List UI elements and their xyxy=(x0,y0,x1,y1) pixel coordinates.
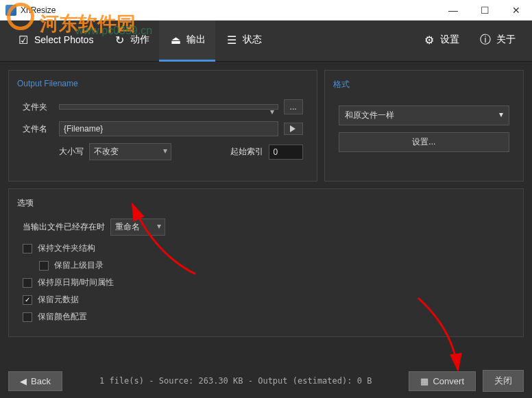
tab-label: 关于 xyxy=(496,34,516,46)
folder-label: 文件夹 xyxy=(23,101,53,113)
app-icon xyxy=(5,5,16,16)
when-exists-select[interactable]: 重命名 xyxy=(110,219,165,236)
close-label: 关闭 xyxy=(494,375,512,387)
case-label: 大小写 xyxy=(59,146,84,158)
tab-label: 设置 xyxy=(440,34,459,46)
maximize-button[interactable]: ☐ xyxy=(469,0,500,21)
keep-metadata-checkbox[interactable] xyxy=(23,295,32,305)
browse-button[interactable]: ... xyxy=(284,99,303,114)
convert-label: Convert xyxy=(433,376,464,386)
format-title: 格式 xyxy=(333,79,515,90)
back-label: Back xyxy=(31,376,51,386)
tab-select-photos[interactable]: ☑ Select Photos xyxy=(7,21,103,62)
close-window-button[interactable]: ✕ xyxy=(500,0,532,21)
close-button[interactable]: 关闭 xyxy=(483,370,524,392)
keep-folder-structure-checkbox[interactable] xyxy=(23,244,32,253)
options-title: 选项 xyxy=(17,197,515,209)
window-title: XnResize xyxy=(21,5,56,15)
format-select[interactable]: 和原文件一样 xyxy=(339,105,509,125)
keep-date-time-label: 保持原日期/时间属性 xyxy=(38,277,114,288)
output-icon: ⏏ xyxy=(169,33,182,47)
start-index-label: 起始索引 xyxy=(230,146,263,158)
minimize-button[interactable]: — xyxy=(437,0,469,21)
output-filename-title: Output Filename xyxy=(17,79,309,88)
info-icon: ⓘ xyxy=(479,33,492,47)
filename-label: 文件名 xyxy=(23,123,53,135)
keep-color-profile-label: 保留颜色配置 xyxy=(38,311,87,323)
tab-label: 输出 xyxy=(186,34,206,46)
when-exists-label: 当输出文件已经存在时 xyxy=(23,221,105,233)
gear-icon: ⚙ xyxy=(422,33,436,47)
folder-select[interactable] xyxy=(59,104,278,110)
keep-color-profile-checkbox[interactable] xyxy=(23,312,32,322)
convert-button[interactable]: ▦ Convert xyxy=(409,371,476,391)
status-bar: 1 file(s) - Source: 263.30 KB - Output (… xyxy=(69,376,402,386)
back-arrow-icon: ◀ xyxy=(20,376,27,386)
tab-output[interactable]: ⏏ 输出 xyxy=(159,21,215,62)
tab-status[interactable]: ☰ 状态 xyxy=(215,21,271,62)
tab-label: Select Photos xyxy=(34,34,93,45)
tab-settings[interactable]: ⚙ 设置 xyxy=(413,21,469,62)
action-icon: ↻ xyxy=(112,33,126,47)
start-index-input[interactable] xyxy=(269,145,303,160)
tab-label: 状态 xyxy=(243,34,262,46)
keep-folder-structure-label: 保持文件夹结构 xyxy=(38,242,95,254)
photos-icon: ☑ xyxy=(16,33,30,47)
status-icon: ☰ xyxy=(225,33,239,47)
tab-about[interactable]: ⓘ 关于 xyxy=(469,21,525,62)
tab-action[interactable]: ↻ 动作 xyxy=(103,21,159,62)
convert-icon: ▦ xyxy=(420,376,428,386)
tab-label: 动作 xyxy=(130,34,149,46)
format-settings-button[interactable]: 设置... xyxy=(339,132,509,152)
filename-input[interactable] xyxy=(59,121,278,136)
filename-template-button[interactable] xyxy=(284,123,303,135)
keep-date-time-checkbox[interactable] xyxy=(23,278,32,288)
keep-metadata-label: 保留元数据 xyxy=(38,294,79,306)
keep-parent-dir-label: 保留上级目录 xyxy=(54,260,104,271)
case-select[interactable]: 不改变 xyxy=(89,143,171,160)
back-button[interactable]: ◀ Back xyxy=(8,371,62,391)
keep-parent-dir-checkbox[interactable] xyxy=(39,261,49,271)
